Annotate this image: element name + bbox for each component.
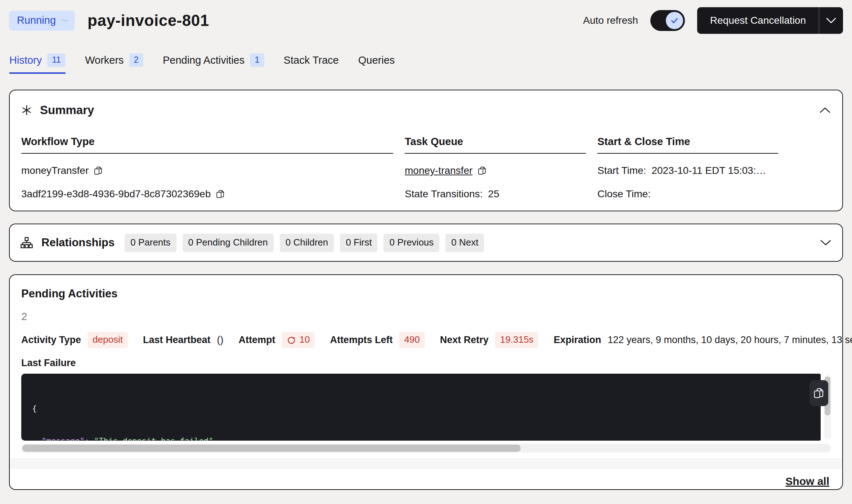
chevron-down-icon — [826, 17, 837, 24]
task-queue-row: money-transfer — [405, 164, 586, 177]
check-icon — [670, 16, 679, 25]
copy-last-failure-button[interactable] — [810, 380, 828, 406]
next-retry-label: Next Retry — [440, 334, 489, 346]
activity-type-badge: deposit — [88, 332, 128, 348]
summary-grid: Workflow Type moneyTransfer 3adf2199-e3d… — [21, 136, 831, 201]
summary-title: Summary — [40, 103, 94, 117]
pending-activities-card: Pending Activities 2 Activity Type depos… — [9, 274, 843, 490]
close-time-row: Close Time: — [597, 188, 778, 201]
relationships-title: Relationships — [41, 236, 115, 249]
pending-activity-summary-row: Activity Type deposit Last Heartbeat () … — [21, 332, 831, 348]
request-cancellation-split-button: Request Cancellation — [697, 7, 843, 34]
tab-history-count: 11 — [47, 53, 66, 67]
expiration-field: Expiration 122 years, 9 months, 10 days,… — [553, 334, 852, 346]
workflow-type-header: Workflow Type — [21, 136, 393, 154]
next-retry-field: Next Retry 19.315s — [440, 332, 539, 348]
next-badge: 0 Next — [445, 234, 484, 252]
children-badge: 0 Children — [280, 234, 334, 252]
attempts-left-label: Attempts Left — [330, 334, 393, 346]
first-badge: 0 First — [340, 234, 377, 252]
attempt-label: Attempt — [238, 334, 275, 346]
auto-refresh-label: Auto refresh — [583, 15, 638, 26]
start-close-time-column: Start & Close Time Start Time: 2023-10-1… — [597, 136, 778, 201]
state-transitions-value: 25 — [488, 188, 499, 200]
last-heartbeat-label: Last Heartbeat — [143, 334, 211, 346]
relationships-badges: 0 Parents 0 Pending Children 0 Children … — [125, 234, 484, 252]
task-queue-link[interactable]: money-transfer — [405, 165, 472, 176]
hierarchy-icon — [21, 237, 33, 249]
asterisk-icon — [21, 105, 32, 116]
start-close-time-header: Start & Close Time — [597, 136, 778, 154]
second-pending-activity-row[interactable] — [10, 459, 842, 468]
start-time-row: Start Time: 2023-10-11 EDT 15:03:… — [597, 164, 778, 177]
parents-badge: 0 Parents — [125, 234, 176, 252]
code-horizontal-scrollbar-thumb[interactable] — [22, 445, 521, 452]
code-horizontal-scrollbar[interactable] — [21, 444, 831, 453]
code-line: "message": "This deposit has failed", — [32, 436, 799, 441]
tab-workers[interactable]: Workers 2 — [85, 53, 143, 74]
workflow-type-row: moneyTransfer — [21, 164, 393, 177]
copy-icon — [813, 387, 824, 399]
summary-collapse-button[interactable] — [819, 107, 831, 113]
copy-run-id-button[interactable] — [216, 189, 225, 199]
workflow-type-column: Workflow Type moneyTransfer 3adf2199-e3d… — [21, 136, 393, 201]
pending-footer: Show all — [21, 468, 831, 487]
status-pulse-icon — [62, 18, 68, 22]
status-label: Running — [17, 14, 56, 26]
attempts-left-field: Attempts Left 490 — [330, 332, 425, 348]
state-transitions-label: State Transitions: — [405, 188, 483, 200]
copy-icon — [94, 166, 103, 175]
request-cancellation-button[interactable]: Request Cancellation — [697, 7, 819, 34]
activity-type-label: Activity Type — [21, 334, 81, 346]
page-title: pay-invoice-801 — [88, 12, 209, 30]
auto-refresh-toggle[interactable] — [650, 10, 685, 31]
next-retry-badge: 19.315s — [495, 332, 539, 348]
relationships-card: Relationships 0 Parents 0 Pending Childr… — [9, 224, 843, 262]
last-failure-label: Last Failure — [21, 357, 831, 369]
workflow-type-value: moneyTransfer — [21, 165, 89, 176]
request-cancellation-label: Request Cancellation — [710, 15, 806, 26]
last-failure-code-container: { "message": "This deposit has failed", … — [21, 374, 831, 441]
task-queue-header: Task Queue — [405, 136, 586, 154]
top-bar-actions: Auto refresh Request Cancellation — [583, 7, 843, 34]
tab-label: Workers — [85, 54, 124, 66]
status-badge: Running — [9, 11, 75, 31]
start-time-label: Start Time: — [597, 165, 646, 176]
summary-header: Summary — [21, 103, 831, 117]
summary-card: Summary Workflow Type moneyTransfer 3adf… — [9, 90, 843, 211]
tab-stack-trace[interactable]: Stack Trace — [284, 53, 339, 74]
code-line: { — [32, 403, 799, 414]
tab-queries[interactable]: Queries — [358, 53, 395, 74]
tab-bar: History 11 Workers 2 Pending Activities … — [9, 53, 843, 74]
pending-children-badge: 0 Pending Children — [183, 234, 274, 252]
retry-icon — [287, 335, 296, 345]
last-heartbeat-value: () — [217, 334, 223, 346]
task-queue-column: Task Queue money-transfer State Transiti… — [405, 136, 586, 201]
tab-label: Stack Trace — [284, 54, 339, 66]
copy-workflow-type-button[interactable] — [94, 166, 103, 175]
tab-pending-activities[interactable]: Pending Activities 1 — [163, 53, 264, 74]
pending-activities-count: 2 — [21, 310, 831, 323]
start-time-value: 2023-10-11 EDT 15:03:… — [651, 165, 766, 176]
attempt-field: Attempt 10 — [238, 332, 315, 348]
toggle-knob — [666, 12, 683, 29]
run-id-value: 3adf2199-e3d8-4936-9bd7-8c87302369eb — [21, 188, 211, 200]
tab-pending-activities-count: 1 — [250, 53, 264, 67]
last-failure-json: { "message": "This deposit has failed", … — [21, 374, 821, 441]
activity-type-field: Activity Type deposit — [21, 332, 128, 348]
tab-workers-count: 2 — [129, 53, 143, 67]
attempts-left-badge: 490 — [399, 332, 425, 348]
tab-history[interactable]: History 11 — [9, 53, 66, 74]
run-id-row: 3adf2199-e3d8-4936-9bd7-8c87302369eb — [21, 188, 393, 201]
state-transitions-row: State Transitions: 25 — [405, 188, 586, 201]
top-bar: Running pay-invoice-801 Auto refresh Req… — [9, 6, 843, 35]
relationships-expand-button[interactable] — [820, 239, 831, 246]
close-time-label: Close Time: — [597, 188, 651, 200]
attempt-badge: 10 — [282, 332, 315, 348]
cancellation-menu-button[interactable] — [819, 7, 843, 34]
last-heartbeat-field: Last Heartbeat () — [143, 334, 224, 346]
expiration-label: Expiration — [553, 334, 601, 346]
copy-task-queue-button[interactable] — [478, 166, 486, 175]
chevron-up-icon — [819, 107, 831, 113]
show-all-link[interactable]: Show all — [785, 475, 829, 487]
